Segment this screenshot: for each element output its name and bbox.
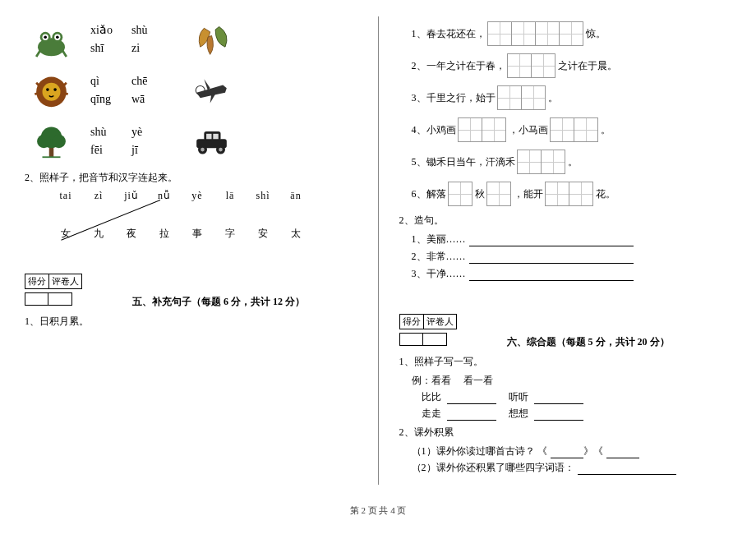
svg-point-8 — [43, 83, 61, 101]
pinyin-pair-3: shùyè fēijī — [90, 123, 173, 159]
blank-line[interactable] — [469, 271, 634, 281]
pinyin: xiǎo — [90, 21, 131, 39]
char-boxes[interactable] — [449, 182, 472, 206]
hanzi: 字 — [214, 227, 247, 241]
blank-line[interactable] — [469, 237, 634, 246]
section6-header: 得分 评卷人 六、综合题（每题 5 分，共计 20 分） — [399, 297, 732, 350]
svg-point-5 — [44, 35, 47, 39]
pinyin: wā — [131, 90, 173, 108]
reviewer-label: 评卷人 — [49, 274, 81, 288]
fill-3: 3、千里之行，始于 。 — [412, 83, 732, 113]
char-boxes[interactable] — [518, 150, 565, 174]
fill-mid2: ，能开 — [514, 187, 543, 201]
pinyin: chē — [131, 72, 173, 90]
make-label: 1、美丽…… — [412, 233, 466, 245]
char-boxes[interactable] — [459, 117, 506, 142]
fill-pre: 4、小鸡画 — [412, 123, 456, 137]
blank-line[interactable] — [469, 254, 634, 264]
syllable-row: tai zì jiǔ nǚ yè lā shì ān — [25, 190, 357, 202]
example-label: 例：看看 — [412, 375, 451, 386]
example-row: 例：看看 看一看 — [412, 374, 732, 388]
pinyin: shī — [90, 39, 131, 58]
practice-row-1: 比比 听听 — [412, 390, 732, 404]
score-label: 得分 — [400, 315, 424, 329]
word: 比比 — [422, 391, 441, 403]
make-2: 2、非常…… — [412, 250, 732, 264]
char-boxes[interactable] — [498, 85, 546, 110]
svg-rect-19 — [213, 134, 218, 139]
fill-2: 2、一年之计在于春， 之计在于晨。 — [412, 51, 732, 81]
score-box: 得分 评卷人 — [399, 314, 457, 329]
char-boxes[interactable] — [488, 21, 583, 46]
fill-post: 。 — [548, 91, 558, 105]
fill-pre: 6、解落 — [412, 187, 446, 201]
syllable: tai — [49, 190, 82, 202]
char-boxes[interactable] — [487, 182, 511, 206]
svg-rect-18 — [206, 134, 211, 139]
q5-1: 1、日积月累。 — [25, 315, 357, 329]
fill-post: 惊。 — [586, 27, 606, 41]
char-boxes[interactable] — [546, 182, 593, 206]
reviewer-label: 评卷人 — [424, 315, 456, 329]
make-1: 1、美丽…… — [412, 232, 732, 246]
blank-line[interactable] — [534, 411, 583, 421]
blank-line[interactable] — [551, 449, 583, 458]
char-boxes[interactable] — [551, 117, 598, 142]
syllable: nǚ — [148, 190, 181, 202]
fill-post: 之计在于晨。 — [558, 59, 617, 73]
pinyin-pair-2: qìchē qīngwā — [90, 72, 173, 108]
word: 走走 — [422, 407, 441, 419]
leaves-image — [185, 16, 238, 62]
fill-6: 6、解落 秋 ，能开 花。 — [412, 179, 732, 209]
section5-header: 得分 评卷人 五、补充句子（每题 6 分，共计 12 分） — [25, 257, 357, 310]
fill-post: 。 — [568, 155, 578, 169]
q2-make-title: 2、造句。 — [399, 214, 732, 228]
syllable: zì — [82, 190, 115, 202]
q6-2-1-mid: 》《 — [583, 445, 603, 457]
page-footer: 第 2 页 共 4 页 — [0, 501, 756, 520]
score-box-blank[interactable] — [25, 292, 72, 306]
make-label: 3、干净…… — [412, 268, 466, 279]
blank-line[interactable] — [447, 411, 496, 421]
q6-2-2: （2）课外你还积累了哪些四字词语： — [412, 461, 732, 475]
blank-line[interactable] — [534, 394, 583, 404]
left-column: xiǎoshù shīzi qìchē qīngwā — [25, 16, 357, 485]
right-column: 1、春去花还在， 惊。 2、一年之计在于春， 之计在于晨。 3、千里之行，始于 … — [399, 16, 732, 485]
hanzi: 夜 — [115, 227, 148, 241]
pinyin: shù — [90, 123, 131, 141]
svg-point-6 — [56, 35, 59, 39]
example-answer: 看一看 — [463, 375, 493, 386]
fill-post: 。 — [601, 123, 611, 137]
pinyin: qīng — [90, 90, 131, 108]
blank-line[interactable] — [578, 465, 676, 475]
score-label: 得分 — [25, 274, 49, 288]
word: 听听 — [509, 391, 528, 403]
svg-point-22 — [201, 148, 205, 152]
make-3: 3、干净…… — [412, 267, 732, 281]
frog-image — [25, 16, 78, 62]
pinyin: yè — [131, 123, 173, 141]
pinyin-row-1: xiǎoshù shīzi — [25, 16, 357, 62]
svg-point-15 — [52, 135, 66, 149]
word: 想想 — [509, 407, 528, 419]
fill-1: 1、春去花还在， 惊。 — [412, 19, 732, 48]
syllable: shì — [247, 190, 279, 202]
make-label: 2、非常…… — [412, 251, 466, 262]
match-area: tai zì jiǔ nǚ yè lā shì ān 女 九 夜 拉 事 字 安… — [25, 190, 357, 241]
fill-mid: ，小马画 — [509, 123, 548, 137]
lion-image — [25, 67, 78, 113]
fill-pre: 1、春去花还在， — [412, 27, 486, 41]
column-divider — [378, 16, 379, 485]
airplane-image — [185, 67, 238, 113]
pinyin: jī — [131, 141, 173, 159]
syllable: ān — [279, 190, 312, 202]
q6-1: 1、照样子写一写。 — [399, 355, 732, 369]
svg-point-23 — [219, 148, 223, 152]
char-boxes[interactable] — [508, 53, 555, 78]
score-box-blank[interactable] — [399, 333, 447, 346]
fill-mid: 秋 — [475, 187, 485, 201]
pinyin: qì — [90, 72, 131, 90]
blank-line[interactable] — [606, 449, 639, 458]
blank-line[interactable] — [447, 394, 496, 404]
hanzi: 事 — [181, 227, 214, 241]
